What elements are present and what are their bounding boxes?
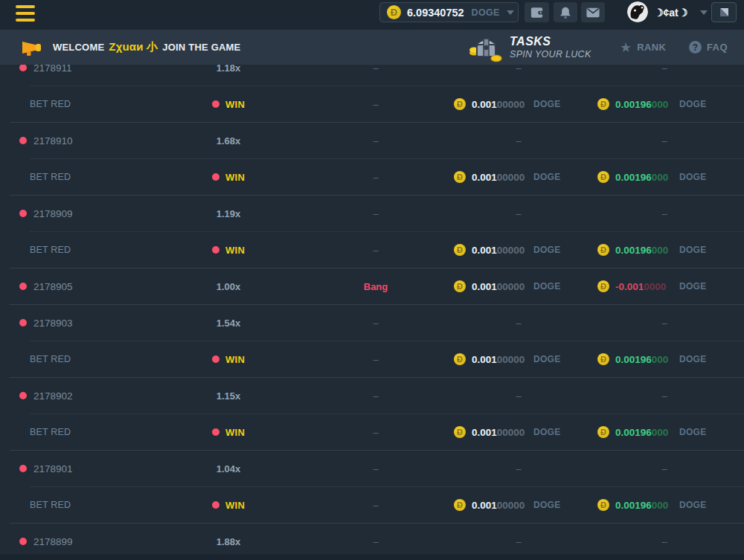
game-id-cell: 2178901 xyxy=(19,451,73,486)
empty-cell: – xyxy=(481,123,556,158)
doge-coin-icon: Đ xyxy=(597,98,609,110)
win-label: WIN xyxy=(225,500,245,511)
bet-row[interactable]: BET RED WIN – Đ0.00100000 DOGE Đ0.001960… xyxy=(0,86,744,122)
user-chevron-down-icon xyxy=(700,10,708,15)
game-row[interactable]: 2178901 1.04x ––– xyxy=(0,451,744,486)
result-cell: WIN xyxy=(191,341,266,377)
bet-type-cell: BET RED xyxy=(30,86,71,122)
multiplier-cell: 1.15x xyxy=(191,378,266,413)
hamburger-menu-icon[interactable] xyxy=(16,5,35,22)
currency-label: DOGE xyxy=(533,414,561,450)
bet-row[interactable]: BET RED WIN – Đ0.00100000 DOGE Đ0.001960… xyxy=(0,341,744,377)
result-cell: WIN xyxy=(191,159,266,195)
messages-button[interactable] xyxy=(581,2,605,22)
wallet-button[interactable] xyxy=(525,2,549,22)
empty-cell: – xyxy=(339,159,413,195)
currency-label: DOGE xyxy=(533,232,561,268)
game-id-cell: 2178909 xyxy=(19,196,73,231)
bets-table: 2178911 1.18x ––– BET RED WIN – Đ0.00100… xyxy=(0,65,744,560)
red-dot-icon xyxy=(212,173,219,181)
empty-cell: – xyxy=(339,232,413,268)
doge-coin-icon: Đ xyxy=(454,280,466,292)
red-dot-icon xyxy=(212,246,219,254)
bang-row[interactable]: 2178905 1.00x Bang Đ0.00100000 DOGE Đ-0.… xyxy=(0,268,744,304)
red-dot-icon xyxy=(19,283,27,290)
user-avatar[interactable] xyxy=(627,1,648,22)
game-id: 2178902 xyxy=(33,390,73,402)
doge-coin-icon: Đ xyxy=(454,499,466,511)
currency-label: DOGE xyxy=(533,487,561,523)
game-row[interactable]: 2178911 1.18x ––– xyxy=(0,65,744,86)
empty-cell: – xyxy=(481,305,556,341)
profit-cell: Đ0.00196000 xyxy=(597,414,668,450)
currency-label: DOGE xyxy=(679,86,707,122)
bell-icon xyxy=(559,6,572,19)
balance-selector[interactable]: Đ 6.09340752 DOGE xyxy=(379,2,519,22)
doge-coin-icon: Đ xyxy=(454,171,466,183)
game-id-cell: 2178905 xyxy=(19,268,73,304)
doge-coin-icon: Đ xyxy=(597,353,609,365)
game-id: 2178909 xyxy=(33,208,73,219)
empty-cell: – xyxy=(627,123,702,158)
username[interactable]: ☽¢at☽ xyxy=(654,0,687,25)
empty-cell: – xyxy=(481,451,556,486)
game-id: 2178901 xyxy=(33,463,73,474)
red-dot-icon xyxy=(19,65,27,71)
bet-type-cell: BET RED xyxy=(30,341,71,377)
bet-amount-cell: Đ0.00100000 xyxy=(454,414,525,450)
red-dot-icon xyxy=(212,100,219,108)
game-id: 2178911 xyxy=(33,65,72,74)
profit-cell: Đ0.00196000 xyxy=(597,487,668,523)
bet-amount-cell: Đ0.00100000 xyxy=(454,86,525,122)
result-cell: WIN xyxy=(191,414,266,450)
empty-cell: – xyxy=(481,65,556,86)
tasks-link[interactable]: TASKS SPIN YOUR LUCK xyxy=(469,30,591,65)
red-dot-icon xyxy=(212,501,219,509)
amount: 0.00100000 xyxy=(472,172,525,183)
game-row[interactable]: 2178902 1.15x ––– xyxy=(0,378,744,413)
amount: 0.00100000 xyxy=(472,427,525,438)
rank-link[interactable]: ★ RANK xyxy=(620,30,666,65)
avatar-image xyxy=(627,1,648,22)
bet-row[interactable]: BET RED WIN – Đ0.00100000 DOGE Đ0.001960… xyxy=(0,232,744,268)
game-id: 2178899 xyxy=(33,536,73,547)
bet-type-cell: BET RED xyxy=(30,487,71,523)
multiplier-cell: 1.04x xyxy=(191,451,266,486)
multiplier-cell: 1.00x xyxy=(191,268,266,304)
game-id: 2178905 xyxy=(33,281,73,292)
bet-row[interactable]: BET RED WIN – Đ0.00100000 DOGE Đ0.001960… xyxy=(0,414,744,450)
win-label: WIN xyxy=(225,427,245,438)
empty-cell: – xyxy=(339,341,413,377)
bet-amount-cell: Đ0.00100000 xyxy=(454,487,525,523)
doge-coin-icon: Đ xyxy=(454,244,466,256)
amount: 0.00196000 xyxy=(615,500,668,511)
profit-cell: Đ0.00196000 xyxy=(597,341,668,377)
profit-cell: Đ0.00196000 xyxy=(597,159,668,195)
game-id: 2178910 xyxy=(33,135,73,147)
game-row[interactable]: 2178903 1.54x ––– xyxy=(0,305,744,341)
chat-panel-button[interactable] xyxy=(711,2,737,22)
empty-cell: – xyxy=(339,414,413,450)
bet-row[interactable]: BET RED WIN – Đ0.00100000 DOGE Đ0.001960… xyxy=(0,487,744,523)
amount: 0.00196000 xyxy=(615,354,668,365)
currency-label: DOGE xyxy=(533,341,561,377)
red-dot-icon xyxy=(19,319,27,326)
win-label: WIN xyxy=(225,99,245,110)
amount: 0.00100000 xyxy=(472,245,525,256)
result-cell: WIN xyxy=(191,86,266,122)
bet-row[interactable]: BET RED WIN – Đ0.00100000 DOGE Đ0.001960… xyxy=(0,159,744,195)
red-dot-icon xyxy=(19,137,27,144)
panel-toggle-icon xyxy=(719,7,730,18)
amount: 0.00100000 xyxy=(472,281,525,292)
game-row[interactable]: 2178909 1.19x ––– xyxy=(0,196,744,231)
win-label: WIN xyxy=(225,354,245,365)
multiplier-cell: 1.68x xyxy=(191,123,266,158)
rank-label: RANK xyxy=(637,42,666,53)
empty-cell: – xyxy=(627,65,702,86)
faq-link[interactable]: ? FAQ xyxy=(689,30,728,65)
game-row[interactable]: 2178910 1.68x ––– xyxy=(0,123,744,158)
currency-label: DOGE xyxy=(679,341,707,377)
amount: 0.00196000 xyxy=(615,99,668,110)
notifications-button[interactable] xyxy=(554,2,577,22)
profit-cell: Đ0.00196000 xyxy=(597,86,668,122)
